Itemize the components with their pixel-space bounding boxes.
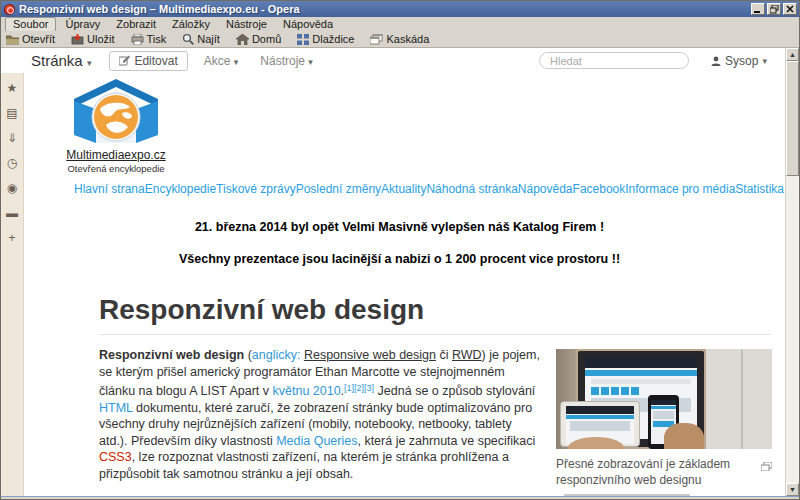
menu-zobrazit[interactable]: Zobrazit	[109, 18, 163, 31]
find-button[interactable]: Najít	[182, 33, 220, 45]
site-notice: 21. března 2014 byl opět Velmi Masivně v…	[54, 220, 745, 266]
scroll-up-button[interactable]: ▲	[786, 48, 799, 61]
nav-posledni-zmeny[interactable]: Poslední změny	[296, 182, 381, 196]
search-icon	[182, 33, 194, 45]
page-menu[interactable]: Stránka ▾	[31, 52, 91, 69]
photo-wall-seam	[741, 349, 743, 449]
nav-informace-pro-media[interactable]: Informace pro média	[625, 182, 735, 196]
menu-upravy[interactable]: Úpravy	[58, 18, 107, 31]
opera-window: Responzivní web design – Multimediaexpo.…	[0, 0, 800, 500]
nav-statistika[interactable]: Statistika	[735, 182, 784, 196]
cascade-button[interactable]: Kaskáda	[370, 33, 429, 45]
titlebar[interactable]: Responzivní web design – Multimediaexpo.…	[1, 1, 799, 17]
save-icon	[71, 34, 84, 45]
actions-menu[interactable]: Akce ▾	[204, 54, 239, 68]
downloads-icon[interactable]: ⇓	[1, 131, 23, 145]
responsive-design-photo[interactable]	[556, 349, 772, 449]
page-content: Multimediaexpo.cz Otevřená encyklopedie …	[24, 73, 785, 496]
menu-nastroje[interactable]: Nástroje	[219, 18, 274, 31]
chevron-down-icon: ▾	[87, 58, 92, 68]
save-button[interactable]: Uložit	[71, 33, 115, 45]
site-title-link[interactable]: Multimediaexpo.cz	[41, 148, 191, 162]
opera-icon	[4, 4, 15, 15]
add-panel-icon[interactable]: +	[1, 231, 23, 245]
home-icon	[236, 34, 249, 45]
article: Responzivní web design	[99, 294, 772, 496]
notice-line-2: Všechny prezentace jsou lacinější a nabi…	[54, 252, 745, 266]
window-bottom-edge	[1, 496, 799, 499]
search-input[interactable]	[539, 52, 689, 69]
menubar: Soubor Úpravy Zobrazit Záložky Nástroje …	[1, 17, 799, 31]
print-button[interactable]: Tisk	[131, 33, 167, 45]
restore-button[interactable]	[767, 3, 781, 15]
site-subtitle: Otevřená encyklopedie	[41, 163, 191, 174]
chevron-down-icon: ▾	[762, 56, 767, 66]
notes-icon[interactable]: ▤	[1, 106, 23, 120]
home-button[interactable]: Domů	[236, 33, 281, 45]
second-thumbnail-frame[interactable]	[564, 494, 690, 496]
close-button[interactable]	[783, 3, 797, 15]
menu-soubor[interactable]: Soubor	[5, 17, 56, 32]
tiles-button[interactable]: Dlaždice	[297, 33, 354, 45]
tools-menu[interactable]: Nástroje ▾	[260, 54, 313, 68]
site-logo[interactable]: Multimediaexpo.cz Otevřená encyklopedie	[41, 77, 191, 174]
photo-hand-right	[664, 423, 704, 449]
user-menu[interactable]: Sysop ▾	[711, 54, 767, 68]
magnify-icon[interactable]	[761, 459, 772, 475]
printer-icon	[131, 34, 144, 45]
history-clock-icon[interactable]: ◷	[1, 156, 23, 170]
nav-facebook[interactable]: Facebook	[573, 182, 626, 196]
bookmarks-star-icon[interactable]: ★	[1, 81, 23, 95]
photo-wall-right	[706, 349, 772, 449]
chevron-down-icon: ▾	[234, 57, 239, 67]
window-title: Responzivní web design – Multimediaexpo.…	[19, 3, 751, 15]
nav-nahodna-stranka[interactable]: Náhodná stránka	[426, 182, 517, 196]
multimediaexpo-logo-icon	[66, 77, 166, 147]
scrollbar-track[interactable]	[786, 176, 799, 483]
info-icon[interactable]: ◉	[1, 181, 23, 195]
edit-pencil-icon	[119, 55, 130, 66]
site-nav: Hlavní strana Encyklopedie Tiskové zpráv…	[74, 182, 765, 196]
tiles-icon	[297, 34, 309, 45]
menu-zalozky[interactable]: Záložky	[165, 18, 217, 31]
edit-button[interactable]: Editovat	[109, 51, 187, 71]
article-thumbnail[interactable]: Přesné zobrazování je základem responziv…	[556, 349, 772, 496]
opera-panel-bar: ★ ▤ ⇓ ◷ ◉ ▬ +	[1, 73, 24, 496]
page-title: Responzivní web design	[99, 294, 772, 335]
user-icon	[711, 56, 721, 66]
wiki-action-bar: Stránka ▾ Editovat Akce ▾ Nástroje ▾ Sys…	[1, 48, 785, 73]
chevron-down-icon: ▾	[308, 57, 313, 67]
vertical-scrollbar[interactable]: ▲ ▼	[785, 48, 799, 496]
nav-aktuality[interactable]: Aktuality	[381, 182, 426, 196]
open-button[interactable]: Otevřít	[6, 33, 55, 45]
notice-line-1: 21. března 2014 byl opět Velmi Masivně v…	[54, 220, 745, 234]
panels-icon[interactable]: ▬	[1, 206, 23, 220]
toolbar: Otevřít Uložit Tisk Najít Domů Dlaždice …	[1, 31, 799, 48]
minimize-button[interactable]	[751, 3, 765, 15]
nav-napoveda[interactable]: Nápověda	[518, 182, 573, 196]
scrollbar-thumb[interactable]	[786, 61, 799, 176]
image-caption: Přesné zobrazování je základem responziv…	[556, 456, 772, 488]
folder-open-icon	[6, 34, 19, 45]
scroll-down-button[interactable]: ▼	[786, 483, 799, 496]
nav-encyklopedie[interactable]: Encyklopedie	[145, 182, 216, 196]
nav-tiskove-zpravy[interactable]: Tiskové zprávy	[216, 182, 296, 196]
nav-hlavni-strana[interactable]: Hlavní strana	[74, 182, 145, 196]
menu-napoveda[interactable]: Nápověda	[276, 18, 340, 31]
cascade-icon	[370, 34, 383, 45]
